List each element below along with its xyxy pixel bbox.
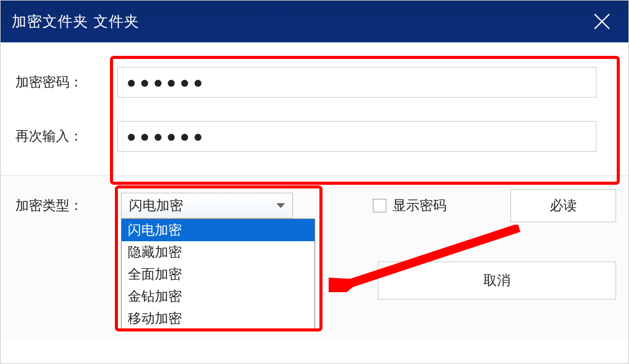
titlebar: 加密文件夹 文件夹 (1, 1, 628, 42)
chevron-down-icon (276, 203, 285, 208)
password-label: 加密密码： (13, 73, 117, 91)
dialog-title: 加密文件夹 文件夹 (12, 12, 139, 31)
confirm-input[interactable]: ●●●●●● (117, 121, 596, 152)
cancel-button[interactable]: 取消 (378, 261, 616, 300)
encryption-type-select[interactable]: 闪电加密 (121, 193, 293, 219)
dropdown-option[interactable]: 隐藏加密 (122, 241, 314, 263)
show-password-label: 显示密码 (393, 196, 447, 215)
options-section: 加密类型： 闪电加密 闪电加密 隐藏加密 全面加密 金钻加密 移动加密 显示密码 (1, 176, 628, 340)
password-section: 加密密码： ●●●●●● 再次输入： ●●●●●● (1, 42, 628, 176)
checkbox-box-icon (373, 199, 386, 212)
encryption-type-dropdown: 闪电加密 隐藏加密 全面加密 金钻加密 移动加密 (121, 219, 315, 330)
show-password-checkbox[interactable]: 显示密码 (373, 196, 447, 215)
dropdown-option[interactable]: 闪电加密 (122, 219, 314, 241)
password-input[interactable]: ●●●●●● (117, 67, 596, 98)
select-value: 闪电加密 (129, 196, 183, 215)
type-label: 加密类型： (13, 196, 117, 215)
close-icon[interactable] (593, 12, 611, 31)
password-row: 加密密码： ●●●●●● (13, 67, 616, 98)
confirm-label: 再次输入： (13, 127, 117, 145)
dropdown-option[interactable]: 金钻加密 (122, 285, 314, 308)
confirm-mask: ●●●●●● (127, 127, 206, 146)
dropdown-option[interactable]: 全面加密 (122, 263, 314, 285)
must-read-button[interactable]: 必读 (510, 189, 616, 222)
encryption-type-select-wrap: 闪电加密 闪电加密 隐藏加密 全面加密 金钻加密 移动加密 (121, 193, 293, 219)
password-mask: ●●●●●● (127, 73, 206, 92)
encrypt-folder-dialog: 加密文件夹 文件夹 加密密码： ●●●●●● 再次输入： ●●●●●● 加密类型… (0, 0, 629, 364)
confirm-row: 再次输入： ●●●●●● (13, 121, 616, 152)
dropdown-option[interactable]: 移动加密 (122, 308, 314, 330)
